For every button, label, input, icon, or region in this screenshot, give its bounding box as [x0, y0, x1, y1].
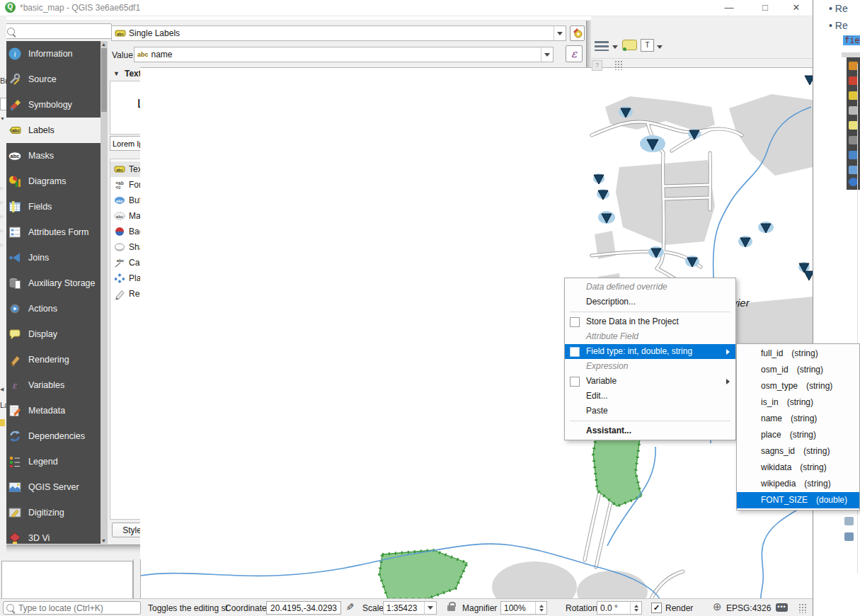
- tree-expander-icon[interactable]: ▶: [0, 228, 4, 234]
- display-icon: [8, 327, 22, 341]
- combo-arrow-icon[interactable]: [541, 47, 553, 62]
- spinner-icons[interactable]: [535, 602, 546, 614]
- submenu-item-sagns_id[interactable]: sagns_id(string): [737, 443, 859, 460]
- scroll-down-icon[interactable]: ▼: [101, 538, 106, 543]
- submenu-item-name[interactable]: name(string): [737, 411, 859, 427]
- menu-item-description[interactable]: Description...: [565, 295, 735, 309]
- sidebar-item-attributes-form[interactable]: Attributes Form: [0, 219, 108, 245]
- sidebar-item-dependencies[interactable]: Dependencies: [0, 423, 108, 449]
- sidebar-label: Masks: [28, 151, 54, 161]
- labeling-mode-combo[interactable]: abc Single Labels: [111, 25, 566, 41]
- browser-search-fragment[interactable]: [0, 98, 6, 110]
- svg-text:abc: abc: [116, 215, 124, 219]
- sidebar-item-source[interactable]: Source: [0, 67, 108, 92]
- callouts-tab-icon: abc: [114, 257, 125, 268]
- actions-icon: [8, 302, 22, 316]
- sidebar-item-digitizing[interactable]: Digitizing: [0, 500, 108, 525]
- submenu-item-place[interactable]: place(string): [737, 427, 859, 443]
- layer-list-dropdown-icon[interactable]: [612, 45, 618, 49]
- sidebar-label: Information: [28, 49, 73, 59]
- menu-item-edit[interactable]: Edit...: [565, 389, 735, 404]
- collapse-arrow-icon[interactable]: ▼: [113, 70, 120, 77]
- collapse-icon[interactable]: ▼: [0, 116, 5, 121]
- sidebar-item-masks[interactable]: abc Masks: [0, 143, 108, 169]
- label-toolbar-dropdown-icon[interactable]: [657, 45, 663, 49]
- checkbox-icon[interactable]: [570, 317, 580, 327]
- tree-expander-icon[interactable]: ▶: [0, 242, 4, 248]
- sidebar-label: QGIS Server: [28, 482, 79, 492]
- expression-builder-button[interactable]: ε: [566, 45, 583, 62]
- submenu-item-full_id[interactable]: full_id(string): [737, 346, 859, 362]
- menu-item-store-data[interactable]: Store Data in the Project: [565, 314, 735, 329]
- submenu-item-osm_id[interactable]: osm_id(string): [737, 362, 859, 378]
- tree-expander-icon[interactable]: ▶: [0, 186, 4, 191]
- toolbar-grip[interactable]: [614, 60, 624, 70]
- crs-globe-icon[interactable]: [713, 600, 722, 613]
- sidebar-item-auxiliary-storage[interactable]: Auxiliary Storage: [0, 270, 108, 296]
- sidebar-item-qgis-server[interactable]: QGIS Server: [0, 474, 108, 500]
- svg-text:ε: ε: [13, 380, 17, 391]
- close-button[interactable]: ✕: [786, 2, 807, 13]
- submenu-item-osm_type[interactable]: osm_type(string): [737, 378, 859, 394]
- extents-icon[interactable]: [345, 601, 354, 612]
- submenu-item-wikidata[interactable]: wikidata(string): [737, 460, 859, 476]
- menu-item-variable[interactable]: Variable: [565, 374, 735, 389]
- sidebar-item-information[interactable]: i Information: [0, 41, 108, 67]
- sidebar-item-display[interactable]: Display: [0, 321, 108, 347]
- sidebar-label: Dependencies: [28, 431, 85, 441]
- sidebar-item-3d-view[interactable]: 3D Vi: [0, 525, 108, 544]
- lock-icon[interactable]: [447, 605, 455, 611]
- tree-expander-icon[interactable]: ▶: [0, 214, 4, 219]
- automated-placement-button[interactable]: [570, 25, 585, 41]
- coordinate-box[interactable]: 20.4195,-34.0293: [266, 601, 341, 615]
- sidebar-item-diagrams[interactable]: Diagrams: [0, 169, 108, 194]
- combo-arrow-icon[interactable]: [554, 26, 566, 40]
- layers-panel-fragment: La: [0, 401, 6, 409]
- submenu-item-FONT_SIZE[interactable]: FONT_SIZE(double): [737, 492, 859, 508]
- locate-input[interactable]: [17, 603, 133, 614]
- value-field-combo[interactable]: abc name: [134, 47, 554, 62]
- locate-box[interactable]: [3, 601, 141, 615]
- sidebar-label: Labels: [28, 125, 55, 135]
- combo-arrow-icon[interactable]: [424, 602, 436, 614]
- sidebar-scrollbar[interactable]: ▲ ▼: [101, 41, 108, 544]
- render-checkbox[interactable]: [651, 603, 662, 613]
- messages-icon[interactable]: [776, 603, 788, 612]
- properties-search[interactable]: [4, 23, 112, 39]
- submenu-item-wikipedia[interactable]: wikipedia(string): [737, 476, 859, 492]
- sidebar-label: Fields: [28, 202, 52, 212]
- scroll-up-icon[interactable]: ▲: [101, 42, 106, 47]
- sidebar-item-joins[interactable]: Joins: [0, 245, 108, 270]
- sidebar-item-symbology[interactable]: Symbology: [0, 92, 108, 118]
- maximize-button[interactable]: □: [755, 2, 776, 13]
- menu-separator: [570, 421, 730, 421]
- sidebar-item-labels[interactable]: abc Labels: [0, 118, 108, 143]
- label-toolbar-icon[interactable]: T: [641, 39, 654, 52]
- sidebar-item-legend[interactable]: Legend: [0, 449, 108, 474]
- checkbox-icon[interactable]: [570, 347, 580, 357]
- submenu-item-is_in[interactable]: is_in(string): [737, 394, 859, 411]
- layer-list-icon[interactable]: [595, 41, 609, 51]
- spinner-icons[interactable]: [630, 602, 641, 614]
- menu-item-paste[interactable]: Paste: [565, 404, 735, 418]
- minimize-button[interactable]: —: [718, 2, 740, 13]
- rotation-spinbox[interactable]: 0.0 °: [597, 601, 642, 615]
- sidebar-item-fields[interactable]: Fields: [0, 194, 108, 219]
- checkbox-icon[interactable]: [570, 377, 580, 387]
- dock-collapse-icon[interactable]: ◀: [0, 387, 4, 392]
- menu-item-field-type[interactable]: Field type: int, double, string: [565, 344, 735, 359]
- magnifier-spinbox[interactable]: 100%: [500, 601, 547, 615]
- tree-expander-icon[interactable]: ▶: [0, 200, 4, 205]
- sidebar-item-variables[interactable]: ε Variables: [0, 372, 108, 398]
- scrollbar-thumb[interactable]: [101, 48, 107, 112]
- dialog-sidebar: i Information Source Symbology abc Label…: [0, 41, 108, 544]
- resize-grip[interactable]: [798, 603, 808, 613]
- masks-icon: abc: [8, 149, 22, 163]
- sidebar-item-actions[interactable]: Actions: [0, 296, 108, 321]
- scale-combo[interactable]: 1:35423: [383, 601, 437, 615]
- panel-divider[interactable]: [133, 559, 141, 598]
- sidebar-item-rendering[interactable]: Rendering: [0, 347, 108, 372]
- menu-item-assistant[interactable]: Assistant...: [565, 423, 735, 438]
- sidebar-item-metadata[interactable]: Metadata: [0, 398, 108, 423]
- layers-panel[interactable]: [1, 561, 133, 599]
